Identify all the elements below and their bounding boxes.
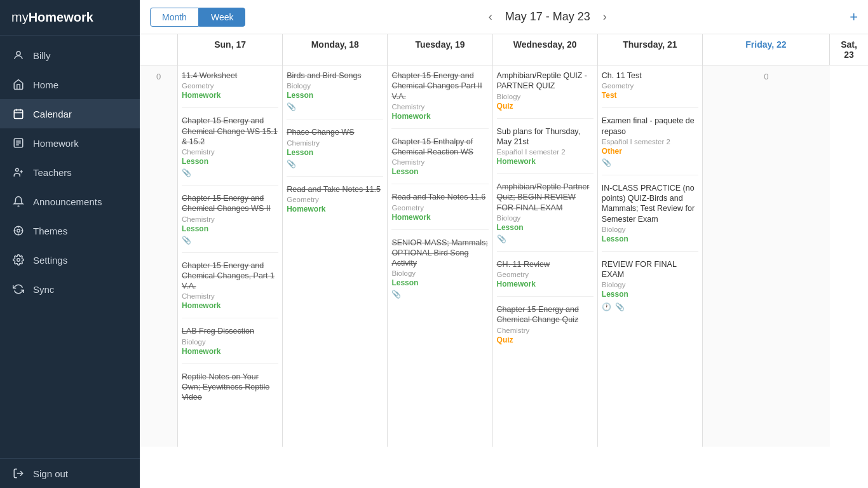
thursday-col: Amphibian/Reptile QUIZ - PARTNER QUIZ Bi… — [493, 65, 598, 447]
event-title: Amphibian/Reptile QUIZ - PARTNER QUIZ — [497, 71, 593, 92]
event-thu-5[interactable]: Chapter 15 Energy and Chemical Change Qu… — [497, 304, 593, 344]
sidebar-item-settings[interactable]: Settings — [0, 245, 140, 274]
event-fri-3[interactable]: IN-CLASS PRACTICE (no points) QUIZ-Birds… — [602, 183, 698, 243]
sidebar-item-sync[interactable]: Sync — [0, 274, 140, 304]
event-type: Homework — [182, 91, 278, 100]
event-title: LAB Frog Dissection — [182, 326, 278, 336]
week-title: May 17 - May 23 — [505, 10, 590, 24]
sun-col: 0 — [140, 65, 178, 447]
event-type: Lesson — [287, 148, 383, 157]
event-subject: Chemistry — [182, 215, 278, 223]
event-type: Lesson — [182, 224, 278, 233]
event-title: Examen final - paquete de repaso — [602, 116, 698, 137]
day-header-mon: Monday, 18 — [283, 34, 388, 65]
event-tue-1[interactable]: Birds and Bird Songs Biology Lesson 📎 — [287, 71, 383, 111]
event-type: Test — [602, 91, 698, 100]
event-mon-2[interactable]: Chapter 15 Energy and Chemical Change WS… — [182, 116, 278, 177]
next-week-button[interactable]: › — [598, 8, 612, 26]
themes-icon — [11, 224, 25, 238]
event-fri-4[interactable]: REVIEW FOR FINAL EXAM Biology Lesson 🕐 📎 — [602, 259, 698, 312]
prev-week-button[interactable]: ‹ — [484, 8, 498, 26]
sidebar-item-themes[interactable]: Themes — [0, 216, 140, 245]
sidebar-label-teachers: Teachers — [33, 167, 72, 178]
day-header-sun — [140, 34, 178, 65]
event-subject: Chemistry — [182, 292, 278, 300]
calendar-navigation: ‹ May 17 - May 23 › — [253, 8, 842, 26]
day-headers: Sun, 17 Monday, 18 Tuesday, 19 Wednesday… — [140, 34, 868, 65]
day-header-thu: Thursday, 21 — [598, 34, 703, 65]
tuesday-col: Birds and Bird Songs Biology Lesson 📎 Ph… — [283, 65, 388, 447]
attachment-icon: 📎 — [287, 159, 383, 168]
sidebar-item-homework[interactable]: Homework — [0, 128, 140, 158]
event-thu-3[interactable]: Amphibian/Reptile Partner Quiz; BEGIN RE… — [497, 182, 593, 243]
day-header-fri: Friday, 22 — [703, 34, 830, 65]
event-title: Read and Take Notes 11.6 — [391, 192, 488, 202]
sidebar-label-signout: Sign out — [33, 468, 68, 479]
event-subject: Biology — [391, 269, 488, 277]
event-wed-3[interactable]: Read and Take Notes 11.6 Geometry Homewo… — [391, 192, 488, 221]
event-subject: Chemistry — [497, 327, 593, 334]
sidebar-item-teachers[interactable]: Teachers — [0, 158, 140, 187]
event-mon-5[interactable]: LAB Frog Dissection Biology Homework — [182, 326, 278, 355]
attachment-icon: 📎 — [391, 290, 488, 299]
event-title: Chapter 15 Energy and Chemical Change Qu… — [497, 304, 593, 325]
sat-count: 0 — [764, 72, 768, 81]
sidebar-item-announcements[interactable]: Announcements — [0, 187, 140, 216]
event-subject: Chemistry — [182, 148, 278, 156]
event-title: 11.4 Worksheet — [182, 71, 278, 81]
event-title: Ch. 11 Test — [602, 71, 698, 81]
event-fri-1[interactable]: Ch. 11 Test Geometry Test — [602, 71, 698, 100]
home-icon — [11, 78, 25, 92]
sidebar-label-user: Billy — [33, 50, 51, 61]
event-thu-4[interactable]: CH. 11 Review Geometry Homework — [497, 259, 593, 288]
event-title: SENIOR MASS; Mammals; OPTIONAL Bird Song… — [391, 238, 488, 269]
event-fri-2[interactable]: Examen final - paquete de repaso Español… — [602, 116, 698, 167]
settings-icon — [11, 253, 25, 267]
week-view-button[interactable]: Week — [199, 8, 246, 27]
day-header-sat-label: Sat, 23 — [830, 34, 868, 65]
user-icon — [11, 48, 25, 62]
event-title: Read and Take Notes 11.5 — [287, 184, 383, 194]
attachment-icon: 📎 — [497, 234, 593, 243]
event-mon-1[interactable]: 11.4 Worksheet Geometry Homework — [182, 71, 278, 100]
event-subject: Geometry — [602, 82, 698, 90]
event-wed-1[interactable]: Chapter 15 Energy and Chemical Changes P… — [391, 71, 488, 121]
calendar-grid: Sun, 17 Monday, 18 Tuesday, 19 Wednesday… — [140, 34, 868, 488]
event-title: Chapter 15 Energy and Chemical Changes, … — [182, 261, 278, 292]
sidebar-item-home[interactable]: Home — [0, 70, 140, 99]
event-mon-3[interactable]: Chapter 15 Energy and Chemical Changes W… — [182, 193, 278, 245]
event-type: Lesson — [391, 278, 488, 287]
month-view-button[interactable]: Month — [150, 8, 199, 27]
sidebar-item-signout[interactable]: Sign out — [0, 458, 140, 488]
app-logo: myHomework — [0, 0, 140, 36]
event-type: Homework — [497, 157, 593, 166]
svg-rect-1 — [14, 110, 23, 119]
event-title: Birds and Bird Songs — [287, 71, 383, 81]
event-type: Quiz — [497, 336, 593, 344]
event-type: Lesson — [602, 290, 698, 299]
sidebar-item-calendar[interactable]: Calendar — [0, 99, 140, 128]
sync-icon — [11, 282, 25, 296]
event-title: Chapter 15 Enthalpy of Chemical Reaction… — [391, 137, 488, 158]
sun-count: 0 — [156, 72, 161, 81]
event-mon-4[interactable]: Chapter 15 Energy and Chemical Changes, … — [182, 261, 278, 311]
event-mon-6[interactable]: Reptile Notes on Your Own; Eyewitness Re… — [182, 372, 278, 403]
event-subject: Biology — [497, 214, 593, 222]
event-subject: Geometry — [497, 271, 593, 278]
event-title: Reptile Notes on Your Own; Eyewitness Re… — [182, 372, 278, 403]
event-type: Lesson — [391, 167, 488, 176]
event-tue-3[interactable]: Read and Take Notes 11.5 Geometry Homewo… — [287, 184, 383, 214]
event-thu-2[interactable]: Sub plans for Thursday, May 21st Español… — [497, 126, 593, 166]
event-thu-1[interactable]: Amphibian/Reptile QUIZ - PARTNER QUIZ Bi… — [497, 71, 593, 111]
event-wed-2[interactable]: Chapter 15 Enthalpy of Chemical Reaction… — [391, 137, 488, 177]
event-type: Lesson — [182, 157, 278, 166]
event-tue-2[interactable]: Phase Change WS Chemistry Lesson 📎 — [287, 127, 383, 168]
sidebar-item-user[interactable]: Billy — [0, 41, 140, 70]
event-wed-4[interactable]: SENIOR MASS; Mammals; OPTIONAL Bird Song… — [391, 238, 488, 299]
bell-icon — [11, 194, 25, 208]
sat-col: 0 — [703, 65, 830, 447]
event-subject: Biology — [602, 226, 698, 233]
day-header-wed: Wednesday, 20 — [493, 34, 598, 65]
event-subject: Chemistry — [391, 103, 488, 111]
add-event-button[interactable]: + — [850, 9, 858, 25]
